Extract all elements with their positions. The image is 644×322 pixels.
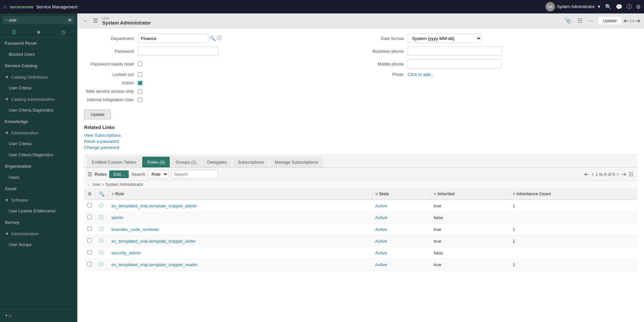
sidebar-group-catalog-definitions[interactable]: ▼ Catalog Definitions — [0, 72, 77, 83]
sidebar-group-software[interactable]: ▼ Software — [0, 195, 77, 206]
table-menu-icon[interactable]: ☰ — [87, 171, 92, 177]
dept-search-icon[interactable]: 🔍 — [210, 36, 215, 41]
row-info-icon[interactable]: ⓘ — [99, 238, 104, 243]
sidebar-item-organization[interactable]: Organization — [0, 161, 77, 172]
th-state[interactable]: ≡ State — [372, 189, 430, 200]
user-dropdown-icon[interactable]: ▼ — [597, 4, 601, 9]
more-options-icon[interactable]: ⋯ — [586, 16, 596, 25]
sidebar-item-asset[interactable]: Asset — [0, 183, 77, 195]
sidebar-item-user-criteria-diagnostics-2[interactable]: User Criteria Diagnostics — [0, 150, 77, 161]
sidebar-item-user-criteria-diagnostics-1[interactable]: User Criteria Diagnostics — [0, 105, 77, 116]
settings-icon[interactable]: ⚙ — [636, 4, 641, 10]
sidebar-tab-favorites[interactable]: ★ — [36, 29, 41, 35]
clear-search-icon[interactable]: ✖ — [68, 17, 72, 23]
tab-subscriptions[interactable]: Subscriptions — [233, 157, 269, 167]
next-page-button[interactable]: › — [616, 170, 619, 178]
dept-input[interactable] — [138, 34, 208, 43]
sidebar-tab-history[interactable]: ◷ — [61, 29, 66, 35]
help-icon[interactable]: ⓘ — [627, 3, 632, 10]
sidebar-tab-list[interactable]: ☰ — [12, 29, 16, 35]
update-button-header[interactable]: Update — [598, 16, 622, 25]
role-link[interactable]: sn_templated_snip.template_snippet_write… — [112, 239, 196, 244]
row-checkbox[interactable] — [87, 262, 92, 266]
tab-delegates[interactable]: Delegates — [202, 157, 232, 167]
tab-roles[interactable]: Roles (6) — [142, 157, 170, 167]
last-page-button[interactable]: ⇥ — [621, 170, 627, 178]
sidebar-group-admin[interactable]: ▼ Administration — [0, 127, 77, 138]
sidebar-item-users[interactable]: Users — [0, 172, 77, 183]
sidebar-item-user-criteria-1[interactable]: User Criteria — [0, 83, 77, 94]
row-info-icon[interactable]: ⓘ — [99, 261, 104, 267]
search-field-select[interactable]: Role — [148, 170, 168, 178]
date-format-select[interactable]: System (yyyy-MM-dd) — [408, 34, 482, 43]
internal-integration-checkbox[interactable] — [138, 97, 143, 102]
row-checkbox[interactable] — [87, 203, 92, 207]
role-link[interactable]: security_admin — [112, 250, 141, 255]
reset-password-link[interactable]: Reset a password — [84, 139, 637, 144]
next-record-button[interactable]: › — [632, 17, 634, 25]
row-checkbox[interactable] — [87, 215, 92, 219]
sidebar-search-input[interactable] — [9, 18, 67, 23]
th-role[interactable]: ≡ Role — [108, 189, 372, 200]
row-info-icon[interactable]: ⓘ — [99, 214, 104, 220]
settings-panel-icon[interactable]: ☷ — [575, 16, 584, 25]
sidebar-item-knowledge[interactable]: Knowledge — [0, 116, 77, 127]
update-button-form[interactable]: Update — [84, 110, 111, 119]
row-info-icon[interactable]: ⓘ — [99, 250, 104, 255]
prev-page-button[interactable]: ‹ — [591, 170, 594, 178]
row-info-icon[interactable]: ⓘ — [99, 226, 104, 232]
prev-record-button[interactable]: ‹ — [630, 17, 632, 25]
first-record-button[interactable]: ⇤ — [624, 17, 629, 25]
state-link[interactable]: Active — [375, 250, 387, 255]
active-checkbox[interactable] — [138, 81, 143, 85]
last-record-button[interactable]: ⇥ — [635, 17, 640, 25]
chat-icon[interactable]: 💬 — [616, 4, 622, 10]
sidebar-item-password-reset[interactable]: Password Reset — [0, 38, 77, 49]
first-page-button[interactable]: ⇤ — [584, 170, 590, 178]
table-view-toggle[interactable]: ☷ — [628, 170, 634, 178]
th-inheritance-count[interactable]: ≡ Inheritance Count — [509, 189, 637, 200]
biz-phone-input[interactable] — [408, 46, 502, 56]
role-link[interactable]: sn_templated_snip.template_snippet_reade… — [112, 262, 198, 267]
role-link[interactable]: sn_templated_snip.template_snippet_admin — [112, 203, 197, 208]
row-checkbox[interactable] — [87, 227, 92, 231]
state-link[interactable]: Active — [375, 203, 387, 208]
state-link[interactable]: Active — [375, 215, 387, 220]
add-circle-icon[interactable]: +○ — [5, 312, 12, 319]
sidebar-item-user-license[interactable]: User License Entitlements — [0, 206, 77, 217]
change-password-link[interactable]: Change password — [84, 145, 637, 150]
sidebar-group-admin2[interactable]: ▼ Administration — [0, 228, 77, 239]
role-link[interactable]: admin — [112, 215, 123, 220]
row-checkbox[interactable] — [87, 250, 92, 254]
view-subscriptions-link[interactable]: View Subscriptions — [84, 133, 637, 138]
user-menu[interactable]: SA System Administrator ▼ — [546, 2, 601, 11]
edit-button[interactable]: Edit... — [109, 170, 128, 178]
menu-button[interactable]: ☰ — [91, 17, 99, 25]
back-button[interactable]: ← — [81, 17, 90, 25]
row-checkbox[interactable] — [87, 238, 92, 243]
state-link[interactable]: Active — [375, 239, 387, 244]
password-input[interactable] — [138, 46, 218, 56]
locked-out-checkbox[interactable] — [138, 72, 143, 77]
role-link[interactable]: teamdev_code_reviewer — [112, 227, 159, 232]
sidebar-item-service-catalog[interactable]: Service Catalog — [0, 60, 77, 72]
gear-icon[interactable]: ⚙ — [87, 191, 92, 197]
mobile-input[interactable] — [408, 59, 502, 69]
search-icon[interactable]: 🔍 — [605, 4, 612, 10]
state-link[interactable]: Active — [375, 227, 387, 232]
th-inherited[interactable]: ≡ Inherited — [430, 189, 509, 200]
sidebar-item-user-criteria-2[interactable]: User Criteria — [0, 138, 77, 150]
photo-link[interactable]: Click to add... — [408, 72, 434, 77]
pwd-needs-reset-checkbox[interactable] — [138, 62, 143, 66]
tab-entitled-custom-tables[interactable]: Entitled Custom Tables — [87, 157, 142, 167]
search-input[interactable] — [171, 170, 218, 178]
tab-groups[interactable]: Groups (1) — [170, 157, 201, 167]
sidebar-group-catalog-admin[interactable]: ▼ Catalog Administration — [0, 94, 77, 105]
web-service-checkbox[interactable] — [138, 89, 143, 94]
tab-manage-subscriptions[interactable]: Manage Subscriptions — [270, 157, 323, 167]
state-link[interactable]: Active — [375, 262, 387, 267]
row-info-icon[interactable]: ⓘ — [99, 203, 104, 208]
sidebar-item-survey[interactable]: Survey — [0, 217, 77, 228]
dept-info-icon[interactable]: ⓘ — [217, 35, 222, 41]
attachment-icon[interactable]: 📎 — [563, 16, 573, 25]
